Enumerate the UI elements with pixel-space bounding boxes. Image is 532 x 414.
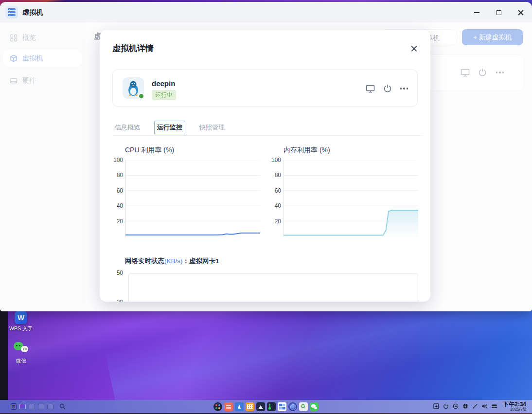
minimize-button[interactable] bbox=[470, 7, 483, 18]
status-dot bbox=[138, 93, 144, 99]
memory-utilization-chart bbox=[284, 160, 418, 236]
y-tick-label: 40 bbox=[117, 202, 123, 209]
titlebar[interactable]: 虚拟机 bbox=[0, 2, 532, 22]
network-label-suffix: ：虚拟网卡1 bbox=[183, 257, 219, 265]
display-icon bbox=[366, 85, 375, 93]
image-viewer-icon[interactable] bbox=[256, 402, 265, 411]
y-tick-label: 60 bbox=[275, 187, 281, 194]
minimize-icon bbox=[474, 12, 479, 13]
power-icon bbox=[383, 84, 392, 93]
tab-info-overview[interactable]: 信息概览 bbox=[112, 121, 142, 134]
workspace-1[interactable] bbox=[19, 404, 26, 409]
network-realtime-chart bbox=[128, 273, 418, 302]
y-tick-label: 20 bbox=[117, 218, 123, 225]
open-display-button[interactable] bbox=[365, 83, 375, 94]
taskbar-tray: 下午2:34 2025/7/2 bbox=[433, 401, 526, 412]
network-y-axis: 5020 bbox=[104, 273, 123, 302]
input-method-icon[interactable] bbox=[433, 403, 440, 410]
vm-manager-window: 虚拟机 概览 虚拟机 bbox=[0, 2, 532, 311]
multitask-view-icon[interactable] bbox=[11, 403, 17, 410]
dialog-tabs: 信息概览 运行监控 快照管理 bbox=[112, 121, 227, 134]
desktop-icon-label: WPS 文字 bbox=[9, 325, 33, 332]
tab-snapshot-manage[interactable]: 快照管理 bbox=[197, 121, 227, 134]
workspace-2[interactable] bbox=[29, 404, 35, 409]
search-icon[interactable] bbox=[59, 403, 66, 410]
y-tick-label: 100 bbox=[271, 157, 281, 163]
window-title: 虚拟机 bbox=[22, 8, 43, 17]
settings-icon[interactable] bbox=[462, 403, 469, 410]
wechat-dock-icon[interactable] bbox=[310, 402, 319, 411]
more-actions-button[interactable] bbox=[399, 83, 409, 94]
cpu-y-axis: 10080604020 bbox=[104, 160, 123, 236]
maximize-button[interactable] bbox=[492, 7, 506, 18]
maximize-icon bbox=[497, 10, 501, 15]
cpu-chart-title: CPU 利用率 (%) bbox=[125, 146, 174, 155]
screen: W WPS 文字 微信 虚拟机 概览 bbox=[0, 0, 532, 414]
y-tick-label: 60 bbox=[117, 187, 123, 194]
taskbar-left bbox=[11, 403, 66, 410]
app-store-icon[interactable] bbox=[224, 402, 233, 411]
taskbar-dock bbox=[213, 402, 319, 411]
clock-date: 2025/7/2 bbox=[503, 407, 526, 412]
y-tick-label: 50 bbox=[117, 270, 123, 276]
calendar-icon[interactable] bbox=[246, 402, 254, 411]
file-manager-icon[interactable] bbox=[235, 402, 244, 411]
close-icon bbox=[411, 46, 417, 52]
y-tick-label: 20 bbox=[275, 218, 281, 225]
more-icon bbox=[400, 88, 408, 90]
taskbar: 下午2:34 2025/7/2 bbox=[0, 400, 532, 413]
y-tick-label: 100 bbox=[113, 157, 123, 163]
memory-y-axis: 10080604020 bbox=[262, 160, 281, 236]
wechat-icon bbox=[14, 342, 28, 354]
status-badge: 运行中 bbox=[152, 90, 176, 100]
dialog-title: 虚拟机详情 bbox=[112, 43, 154, 54]
network-label-main: 网络实时状态 bbox=[125, 257, 164, 265]
workspace-3[interactable] bbox=[38, 404, 44, 409]
network-chart-title: 网络实时状态(KB/s)：虚拟网卡1 bbox=[125, 257, 219, 266]
y-tick-label: 20 bbox=[117, 299, 123, 302]
y-tick-label: 80 bbox=[117, 172, 123, 179]
trash-icon[interactable] bbox=[299, 402, 308, 411]
vm-summary-card: deepin 运行中 bbox=[112, 70, 418, 107]
taskbar-clock[interactable]: 下午2:34 2025/7/2 bbox=[503, 401, 526, 412]
dialog-close-button[interactable] bbox=[409, 44, 419, 54]
memory-chart-title: 内存利用率 (%) bbox=[284, 146, 330, 155]
desktop-icon-wechat[interactable]: 微信 bbox=[9, 342, 33, 364]
wps-writer-icon: W bbox=[15, 311, 27, 324]
workspace-4[interactable] bbox=[47, 404, 53, 409]
vm-details-dialog: 虚拟机详情 deepin 运行中 bbox=[100, 30, 430, 302]
close-icon bbox=[518, 10, 524, 16]
music-player-icon[interactable] bbox=[267, 402, 276, 411]
y-tick-label: 80 bbox=[275, 172, 281, 179]
power-icon[interactable] bbox=[443, 403, 449, 410]
cpu-utilization-chart bbox=[125, 160, 260, 236]
desktop-icon-wps-writer[interactable]: W WPS 文字 bbox=[9, 311, 33, 332]
tabs-divider bbox=[112, 135, 422, 136]
network-icon[interactable] bbox=[491, 403, 498, 410]
wallpaper-dark-strip bbox=[0, 307, 8, 400]
desktop-icon-label: 微信 bbox=[9, 358, 33, 364]
app-logo-icon bbox=[5, 6, 18, 18]
vm-name: deepin bbox=[152, 79, 175, 88]
pen-icon[interactable] bbox=[472, 403, 479, 410]
launcher-icon[interactable] bbox=[213, 402, 222, 411]
power-button[interactable] bbox=[382, 83, 393, 94]
network-label-unit: (KB/s) bbox=[164, 257, 183, 265]
control-center-icon[interactable] bbox=[278, 402, 286, 411]
tab-runtime-monitor[interactable]: 运行监控 bbox=[154, 121, 185, 134]
onboard-icon[interactable] bbox=[452, 403, 459, 410]
volume-icon[interactable] bbox=[481, 403, 488, 410]
close-button[interactable] bbox=[514, 7, 528, 18]
y-tick-label: 40 bbox=[275, 202, 281, 209]
browser-icon[interactable] bbox=[288, 402, 297, 411]
